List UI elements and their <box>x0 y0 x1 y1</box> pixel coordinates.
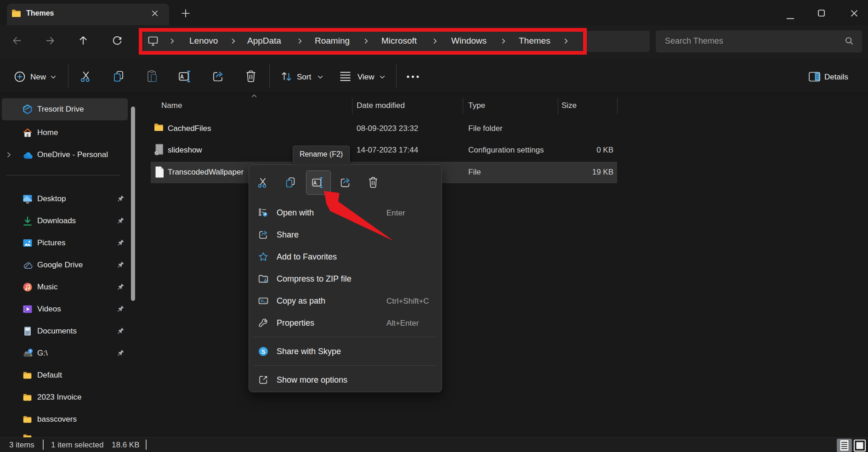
svg-text:S: S <box>261 348 265 355</box>
svg-text:?: ? <box>29 349 32 354</box>
